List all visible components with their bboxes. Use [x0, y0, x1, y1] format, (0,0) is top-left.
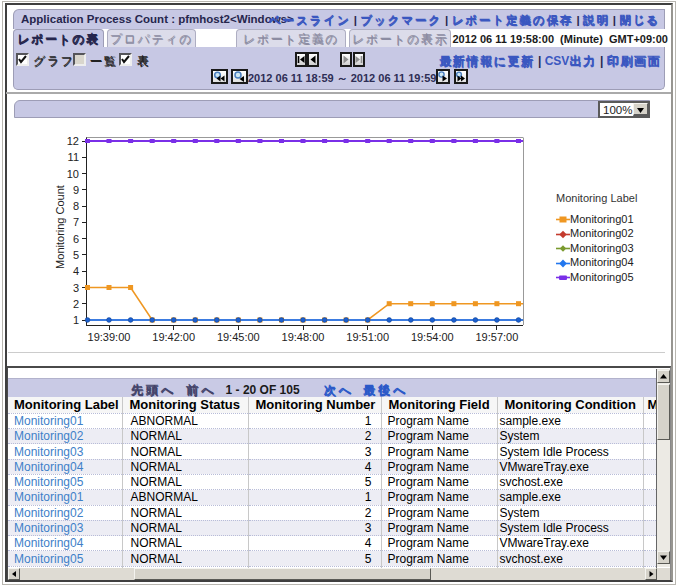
svg-text:19:42:00: 19:42:00	[152, 331, 195, 343]
svg-text:9: 9	[73, 184, 79, 196]
svg-text:12: 12	[67, 135, 79, 147]
svg-text:5: 5	[73, 249, 79, 261]
svg-text:19:51:00: 19:51:00	[346, 331, 389, 343]
svg-text:8: 8	[73, 200, 79, 212]
svg-text:19:57:00: 19:57:00	[475, 331, 518, 343]
svg-text:1: 1	[73, 314, 79, 326]
svg-text:19:54:00: 19:54:00	[411, 331, 454, 343]
svg-text:19:48:00: 19:48:00	[282, 331, 325, 343]
svg-text:6: 6	[73, 233, 79, 245]
svg-text:3: 3	[73, 282, 79, 294]
svg-text:7: 7	[73, 216, 79, 228]
svg-text:2: 2	[73, 298, 79, 310]
svg-text:10: 10	[67, 168, 79, 180]
svg-text:19:39:00: 19:39:00	[88, 331, 131, 343]
svg-text:19:45:00: 19:45:00	[217, 331, 260, 343]
svg-text:4: 4	[73, 265, 79, 277]
svg-text:11: 11	[68, 151, 79, 163]
